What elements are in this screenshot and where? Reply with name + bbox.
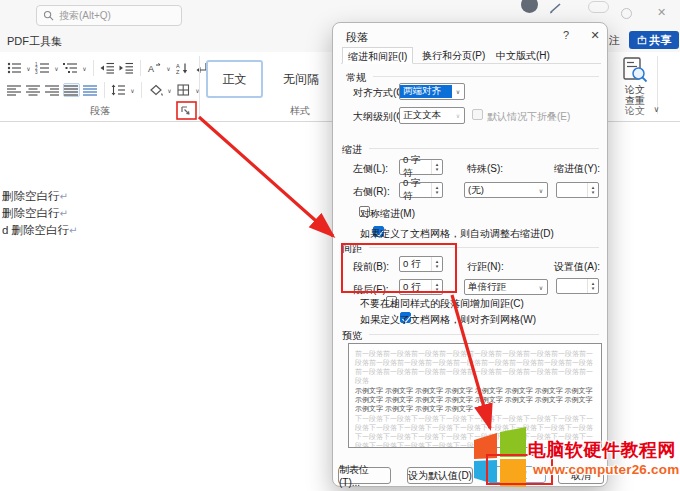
search-placeholder: 搜索(Alt+Q) [59, 9, 111, 23]
sort-icon[interactable]: AZ [174, 61, 191, 75]
stepper-down-icon[interactable]: ▾ [436, 264, 439, 269]
doc-line[interactable]: 删除空白行↵ [2, 189, 68, 204]
paragraph-mark: ↵ [60, 208, 68, 219]
paragraph-dialog-launcher[interactable] [180, 105, 192, 117]
style-normal[interactable]: 正文 [206, 60, 263, 98]
share-button[interactable]: 共享 [629, 31, 679, 49]
window-close-icon[interactable]: ✕ [657, 6, 666, 19]
pen-icon[interactable] [549, 2, 563, 14]
no-space-same-style-label: 不要在相同样式的段落间增加间距(C) [360, 297, 524, 311]
tab-asian-typography[interactable]: 中文版式(H) [491, 47, 555, 64]
indent-by-label: 缩进值(Y): [554, 162, 600, 176]
indent-left-stepper[interactable]: 0 字符▴▾ [399, 159, 443, 175]
paragraph-dialog: 段落 ? ✕ 缩进和间距(I) 换行和分页(P) 中文版式(H) 常规 对齐方式… [332, 22, 608, 487]
paper-check-icon[interactable] [622, 57, 648, 83]
paragraph-group-label: 段落 [55, 104, 145, 118]
indent-left-label: 左侧(L): [353, 162, 388, 176]
distribute-icon[interactable] [82, 83, 99, 97]
avatar[interactable] [521, 0, 538, 13]
space-before-stepper[interactable]: 0 行▴▾ [399, 256, 443, 272]
indent-right-stepper[interactable]: 0 字符▴▾ [399, 182, 443, 198]
stepper-down-icon[interactable]: ▾ [436, 287, 439, 292]
style-group-label: 样式 [268, 104, 332, 118]
shading-icon[interactable] [147, 83, 164, 97]
mirror-indents-label: 对称缩进(M) [360, 207, 415, 221]
stepper-arrows[interactable]: ▴▾ [587, 183, 598, 197]
stepper-arrows[interactable]: ▴▾ [431, 160, 442, 174]
alignment-value: 两端对齐 [400, 85, 452, 98]
section-divider [369, 247, 599, 248]
paper-check-label[interactable]: 论文 查重 [616, 84, 654, 106]
align-right-icon[interactable] [44, 83, 61, 97]
line-spacing-dropdown[interactable]: 单倍行距∨ [464, 279, 548, 295]
outline-level-dropdown[interactable]: 正文文本∨ [399, 107, 465, 124]
stepper-down-icon[interactable]: ▾ [436, 167, 439, 172]
stepper-down-icon[interactable]: ▾ [592, 286, 595, 291]
dialog-close-button[interactable]: ✕ [587, 29, 603, 42]
comment-button-partial[interactable]: 注 [609, 33, 620, 48]
chevron-down-icon[interactable]: ∨ [653, 105, 660, 114]
line-spacing-value: 单倍行距 [465, 281, 535, 294]
decrease-indent-icon[interactable] [99, 61, 116, 75]
stepper-down-icon[interactable]: ▾ [592, 190, 595, 195]
snap-to-grid-label: 如果定义了文档网格，则对齐到网格(W) [360, 313, 536, 327]
collapsed-by-default-checkbox[interactable] [472, 109, 483, 120]
justify-icon[interactable] [63, 83, 80, 97]
align-center-icon[interactable] [25, 83, 42, 97]
line-spacing-icon[interactable] [110, 83, 127, 97]
svg-text:Z: Z [176, 69, 180, 75]
align-left-icon[interactable] [6, 83, 23, 97]
increase-indent-icon[interactable] [118, 61, 135, 75]
space-after-stepper[interactable]: 0 行▴▾ [399, 279, 443, 295]
indent-by-stepper[interactable]: ▴▾ [556, 182, 599, 198]
paragraph-mark: ↵ [60, 191, 68, 202]
doc-line[interactable]: d 删除空白行↵ [2, 223, 77, 238]
paragraph-group-row1: ∨ 123 ∨ ∨ A ∨ AZ [6, 60, 210, 76]
spacing-at-stepper[interactable]: ▴▾ [556, 278, 599, 294]
chevron-down-icon[interactable]: ∨ [166, 87, 173, 94]
stepper-arrows[interactable]: ▴▾ [431, 183, 442, 197]
search-input[interactable]: 搜索(Alt+Q) [36, 5, 182, 26]
tab-line-page-breaks[interactable]: 换行和分页(P) [417, 47, 490, 64]
stepper-arrows[interactable]: ▴▾ [431, 280, 442, 294]
collapsed-by-default-label: 默认情况下折叠(E) [487, 110, 570, 124]
chevron-down-icon[interactable]: ∨ [129, 87, 136, 94]
chevron-down-icon[interactable]: ∨ [25, 65, 32, 72]
multilevel-list-icon[interactable] [62, 61, 79, 75]
chevron-down-icon[interactable]: ∨ [165, 65, 172, 72]
tab-pdf-tools[interactable]: PDF工具集 [7, 34, 62, 49]
tab-indents-spacing[interactable]: 缩进和间距(I) [342, 47, 413, 64]
line-spacing-label: 行距(N): [467, 260, 504, 274]
bullet-list-icon[interactable] [6, 61, 23, 75]
style-no-spacing[interactable]: 无间隔 [272, 60, 330, 98]
indent-right-label: 右侧(R): [353, 185, 390, 199]
set-as-default-button[interactable]: 设为默认值(D) [407, 467, 473, 484]
stepper-arrows[interactable]: ▴▾ [431, 257, 442, 271]
dialog-title: 段落 [346, 30, 368, 45]
numbered-list-icon[interactable]: 123 [34, 61, 51, 75]
doc-line[interactable]: 删除空白行↵ [2, 206, 68, 221]
alignment-dropdown[interactable]: 两端对齐∨ [399, 83, 465, 100]
stepper-arrows[interactable]: ▴▾ [587, 279, 598, 293]
spacing-section-label: 间距 [342, 242, 362, 256]
tabs-button[interactable]: 制表位(T)... [338, 467, 391, 484]
divider [93, 60, 94, 76]
group-divider [199, 56, 200, 118]
chevron-down-icon[interactable]: ∨ [81, 65, 88, 72]
chevron-down-icon: ∨ [452, 112, 464, 119]
chevron-down-icon[interactable]: ∨ [53, 65, 60, 72]
spacing-at-value [557, 279, 587, 293]
ribbon-display-toggle[interactable] [588, 1, 609, 13]
divider [104, 82, 105, 98]
indent-by-value [557, 183, 587, 197]
paragraph-mark: ↵ [69, 225, 77, 236]
stepper-down-icon[interactable]: ▾ [436, 190, 439, 195]
borders-icon[interactable] [175, 83, 192, 97]
character-scaling-icon[interactable]: A [146, 61, 163, 75]
preview-sample-text: 示例文字 示例文字 示例文字 示例文字 示例文字 示例文字 示例文字 示例文字 … [355, 386, 595, 413]
window-restore-icon[interactable] [621, 8, 632, 19]
dialog-help-button[interactable]: ? [558, 29, 574, 41]
divider [141, 82, 142, 98]
special-dropdown[interactable]: (无)∨ [464, 182, 548, 198]
indent-section-label: 缩进 [342, 143, 362, 157]
